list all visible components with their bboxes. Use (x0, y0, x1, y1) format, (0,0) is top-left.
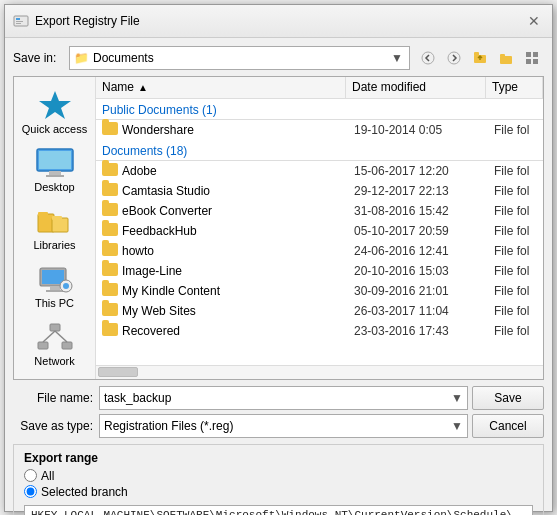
folder-icon (102, 263, 118, 279)
sort-arrow-icon: ▲ (138, 82, 148, 93)
list-item[interactable]: My Web Sites 26-03-2017 11:04 File fol (96, 301, 543, 321)
file-name: Recovered (122, 324, 354, 338)
file-date: 20-10-2016 15:03 (354, 264, 494, 278)
save-in-row: Save in: 📁 Documents ▼ (13, 46, 544, 70)
up-icon (473, 51, 487, 65)
svg-point-4 (422, 52, 434, 64)
list-item[interactable]: My Kindle Content 30-09-2016 21:01 File … (96, 281, 543, 301)
file-type: File fol (494, 204, 537, 218)
list-item[interactable]: Image-Line 20-10-2016 15:03 File fol (96, 261, 543, 281)
file-name: Wondershare (122, 123, 354, 137)
this-pc-icon (35, 263, 75, 295)
file-list[interactable]: Public Documents (1) Wondershare 19-10-2… (96, 99, 543, 365)
scrollbar-thumb[interactable] (98, 367, 138, 377)
savetype-row: Save as type: Registration Files (*.reg)… (13, 414, 544, 438)
radio-selected-branch[interactable] (24, 485, 37, 498)
back-button[interactable] (416, 46, 440, 70)
save-in-combo[interactable]: 📁 Documents ▼ (69, 46, 410, 70)
file-name: Image-Line (122, 264, 354, 278)
svg-line-32 (43, 331, 55, 342)
list-item[interactable]: eBook Converter 31-08-2016 15:42 File fo… (96, 201, 543, 221)
folder-icon (102, 323, 118, 339)
cancel-button[interactable]: Cancel (472, 414, 544, 438)
bottom-bar: File name: task_backup ▼ Save Save as ty… (13, 386, 544, 438)
sidebar-item-quick-access[interactable]: Quick access (18, 85, 92, 139)
col-header-name[interactable]: Name ▲ (96, 77, 346, 98)
dialog-body: Save in: 📁 Documents ▼ (5, 38, 552, 516)
combo-arrow-icon: ▼ (389, 51, 405, 65)
sidebar-item-network[interactable]: Network (18, 317, 92, 371)
list-item[interactable]: Camtasia Studio 29-12-2017 22:13 File fo… (96, 181, 543, 201)
file-date: 05-10-2017 20:59 (354, 224, 494, 238)
sidebar: Quick access Desktop (14, 77, 96, 379)
radio-all[interactable] (24, 469, 37, 482)
col-header-type[interactable]: Type (486, 77, 543, 98)
savetype-combo-arrow-icon: ▼ (451, 419, 463, 433)
title-bar-left: Export Registry File (13, 13, 140, 29)
file-name: Adobe (122, 164, 354, 178)
horizontal-scrollbar[interactable] (96, 365, 543, 379)
svg-rect-1 (16, 18, 20, 20)
savetype-input[interactable]: Registration Files (*.reg) ▼ (99, 414, 468, 438)
savetype-input-wrap: Registration Files (*.reg) ▼ Cancel (99, 414, 544, 438)
list-item[interactable]: Adobe 15-06-2017 12:20 File fol (96, 161, 543, 181)
list-item[interactable]: FeedbackHub 05-10-2017 20:59 File fol (96, 221, 543, 241)
file-type: File fol (494, 184, 537, 198)
filename-value: task_backup (104, 391, 451, 405)
svg-point-5 (448, 52, 460, 64)
new-folder-button[interactable] (494, 46, 518, 70)
desktop-icon (35, 147, 75, 179)
file-name: howto (122, 244, 354, 258)
sidebar-item-label: This PC (35, 297, 74, 309)
svg-line-33 (55, 331, 67, 342)
sidebar-item-label: Quick access (22, 123, 87, 135)
export-range-title: Export range (24, 451, 533, 465)
folder-icon (102, 223, 118, 239)
folder-icon (102, 283, 118, 299)
filename-input[interactable]: task_backup ▼ (99, 386, 468, 410)
svg-point-28 (63, 283, 69, 289)
list-item[interactable]: Wondershare 19-10-2014 0:05 File fol (96, 120, 543, 140)
file-date: 24-06-2016 12:41 (354, 244, 494, 258)
folder-icon (102, 303, 118, 319)
forward-button[interactable] (442, 46, 466, 70)
close-button[interactable]: ✕ (524, 11, 544, 31)
export-range: Export range All Selected branch HKEY_LO… (13, 444, 544, 516)
file-name: My Web Sites (122, 304, 354, 318)
radio-all-label: All (41, 469, 54, 483)
up-button[interactable] (468, 46, 492, 70)
new-folder-icon (499, 51, 513, 65)
list-item[interactable]: Recovered 23-03-2016 17:43 File fol (96, 321, 543, 341)
svg-rect-31 (62, 342, 72, 349)
sidebar-item-this-pc[interactable]: This PC (18, 259, 92, 313)
sidebar-item-libraries[interactable]: Libraries (18, 201, 92, 255)
folder-icon (102, 183, 118, 199)
file-date: 19-10-2014 0:05 (354, 123, 494, 137)
view-icon (525, 51, 539, 65)
folder-icon (102, 243, 118, 259)
view-button[interactable] (520, 46, 544, 70)
svg-rect-25 (50, 286, 60, 290)
list-item[interactable]: howto 24-06-2016 12:41 File fol (96, 241, 543, 261)
folder-icon (102, 203, 118, 219)
save-button[interactable]: Save (472, 386, 544, 410)
svg-rect-11 (533, 52, 538, 57)
svg-rect-24 (42, 270, 64, 284)
svg-marker-14 (39, 91, 71, 119)
sidebar-item-desktop[interactable]: Desktop (18, 143, 92, 197)
sidebar-item-label: Desktop (34, 181, 74, 193)
dialog-title: Export Registry File (35, 14, 140, 28)
radio-selected-row: Selected branch (24, 485, 533, 499)
file-date: 29-12-2017 22:13 (354, 184, 494, 198)
svg-rect-29 (50, 324, 60, 331)
sidebar-item-label: Libraries (33, 239, 75, 251)
section-header-public: Public Documents (1) (96, 101, 543, 120)
svg-rect-16 (39, 151, 71, 169)
file-type: File fol (494, 284, 537, 298)
col-header-date[interactable]: Date modified (346, 77, 486, 98)
svg-rect-22 (52, 216, 62, 220)
savetype-label: Save as type: (13, 419, 93, 433)
filename-combo-arrow-icon: ▼ (451, 391, 463, 405)
radio-all-row: All (24, 469, 533, 483)
folder-icon (102, 122, 118, 138)
